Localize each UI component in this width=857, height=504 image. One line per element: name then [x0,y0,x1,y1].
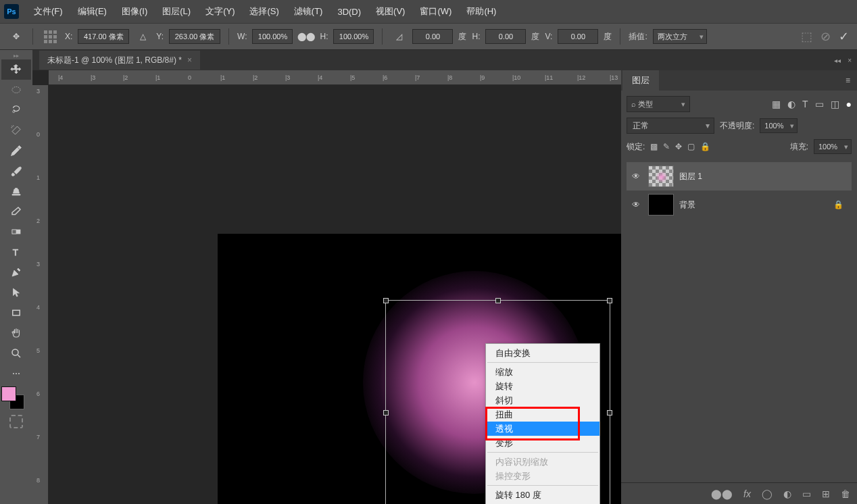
eraser-tool[interactable] [1,201,31,222]
filter-pixel-icon[interactable]: ▦ [772,99,781,109]
lock-artboard-icon[interactable]: ▢ [687,142,695,151]
ctx-warp[interactable]: 变形 [486,436,599,450]
menu-edit[interactable]: 编辑(E) [71,3,114,20]
visibility-icon[interactable]: 👁 [629,200,643,209]
angle-icon: ◿ [391,28,407,45]
close-panel-icon[interactable]: × [848,57,852,64]
menu-layer[interactable]: 图层(L) [155,3,197,20]
blend-mode-select[interactable]: 正常 [627,118,714,134]
panel-menu-icon[interactable]: ≡ [840,76,856,85]
handle-top-left[interactable] [383,298,389,303]
layer-name[interactable]: 背景 [679,199,695,211]
fill-input[interactable]: 100% [814,139,852,154]
tab-title: 未标题-1 @ 100% (图层 1, RGB/8#) * [47,55,182,66]
interpolation-select[interactable]: 两次立方 [653,29,707,44]
menu-file[interactable]: 文件(F) [27,3,70,20]
filter-type-icon[interactable]: T [802,99,808,109]
y-input[interactable] [169,29,220,44]
delete-icon[interactable]: 🗑 [841,488,850,499]
hand-tool[interactable] [1,323,31,343]
quick-mask-icon[interactable] [9,415,23,428]
type-tool[interactable]: T [1,242,31,262]
handle-top-right[interactable] [607,298,612,303]
brush-tool[interactable] [1,161,31,181]
ctx-perspective[interactable]: 透视 [486,422,599,436]
clone-stamp-tool[interactable] [1,181,31,201]
ctx-scale[interactable]: 缩放 [486,365,599,379]
lock-all-icon[interactable]: 🔒 [700,142,710,151]
menu-view[interactable]: 视图(V) [369,3,412,20]
eyedropper-tool[interactable] [1,141,31,161]
opacity-label: 不透明度: [720,120,754,132]
vskew-input[interactable] [558,29,598,44]
hskew-input[interactable] [485,29,526,44]
link-layers-icon[interactable]: ⬤⬤ [711,488,733,499]
ctx-distort[interactable]: 扭曲 [486,407,599,422]
lock-pixels-icon[interactable]: ✎ [663,142,670,151]
handle-mid-right[interactable] [607,410,612,415]
lock-position-icon[interactable]: ✥ [675,142,682,151]
cancel-icon[interactable]: ⊘ [821,29,831,44]
menu-type[interactable]: 文字(Y) [199,3,241,20]
commit-icon[interactable]: ✓ [839,29,849,44]
menu-3d[interactable]: 3D(D) [330,4,368,20]
foreground-color[interactable] [1,386,16,401]
marquee-tool[interactable] [1,80,31,100]
layer-thumbnail[interactable] [648,166,674,187]
menu-image[interactable]: 图像(I) [115,3,154,20]
layer-thumbnail[interactable] [648,194,674,216]
magic-wand-tool[interactable] [1,120,31,141]
mask-icon[interactable]: ◯ [762,488,773,499]
reference-point-icon[interactable] [44,30,57,43]
layer-filter-select[interactable]: ⌕ 类型 [627,96,690,112]
layer-row[interactable]: 👁 背景 🔒 [627,191,852,219]
lasso-tool[interactable] [1,100,31,120]
color-swatches[interactable] [1,386,28,411]
rotation-input[interactable] [412,29,453,44]
ctx-rotate-180[interactable]: 旋转 180 度 [486,488,599,502]
x-input[interactable] [78,29,129,44]
svg-text:T: T [13,247,18,257]
pen-tool[interactable] [1,262,31,282]
ctx-skew[interactable]: 斜切 [486,393,599,407]
toolbar-toggle-icon[interactable]: ▸▸ [0,53,32,59]
link-icon[interactable]: ⬤⬤ [298,28,314,45]
group-icon[interactable]: ▭ [802,488,811,499]
handle-top-mid[interactable] [495,298,501,303]
rectangle-tool[interactable] [1,303,31,323]
collapse-icon[interactable]: ◂◂ [834,57,841,64]
new-layer-icon[interactable]: ⊞ [822,488,830,499]
move-tool[interactable] [1,59,31,80]
tab-close-icon[interactable]: × [187,55,192,65]
lock-transparency-icon[interactable]: ▩ [650,142,658,151]
path-select-tool[interactable] [1,282,31,303]
visibility-icon[interactable]: 👁 [629,172,643,181]
zoom-tool[interactable] [1,343,31,363]
opacity-input[interactable]: 100% [760,118,798,133]
handle-mid-left[interactable] [383,410,389,415]
gradient-tool[interactable] [1,222,31,242]
menu-help[interactable]: 帮助(H) [460,3,503,20]
ctx-rotate[interactable]: 旋转 [486,379,599,393]
menu-window[interactable]: 窗口(W) [413,3,458,20]
filter-smart-icon[interactable]: ◫ [831,99,839,109]
transform-context-menu: 自由变换 缩放 旋转 斜切 扭曲 透视 变形 内容识别缩放 操控变形 旋转 18… [485,343,600,504]
edit-toolbar[interactable]: ⋯ [1,363,31,384]
fx-icon[interactable]: fx [743,488,751,499]
delta-icon[interactable]: △ [134,28,151,45]
layer-row[interactable]: 👁 图层 1 [627,162,852,191]
filter-shape-icon[interactable]: ▭ [815,99,824,109]
menu-select[interactable]: 选择(S) [243,3,285,20]
interp-label: 插值: [629,31,647,43]
menu-filter[interactable]: 滤镜(T) [287,3,330,20]
filter-toggle-icon[interactable]: ● [846,99,852,109]
warp-mode-icon[interactable]: ⬚ [801,29,812,44]
adjustment-icon[interactable]: ◐ [783,488,791,499]
h-input[interactable] [333,29,374,44]
layers-tab[interactable]: 图层 [622,70,659,91]
document-tab[interactable]: 未标题-1 @ 100% (图层 1, RGB/8#) * × [39,51,200,70]
filter-adjust-icon[interactable]: ◐ [787,99,795,109]
ctx-free-transform[interactable]: 自由变换 [486,346,599,360]
w-input[interactable] [252,29,293,44]
layer-name[interactable]: 图层 1 [679,171,702,182]
